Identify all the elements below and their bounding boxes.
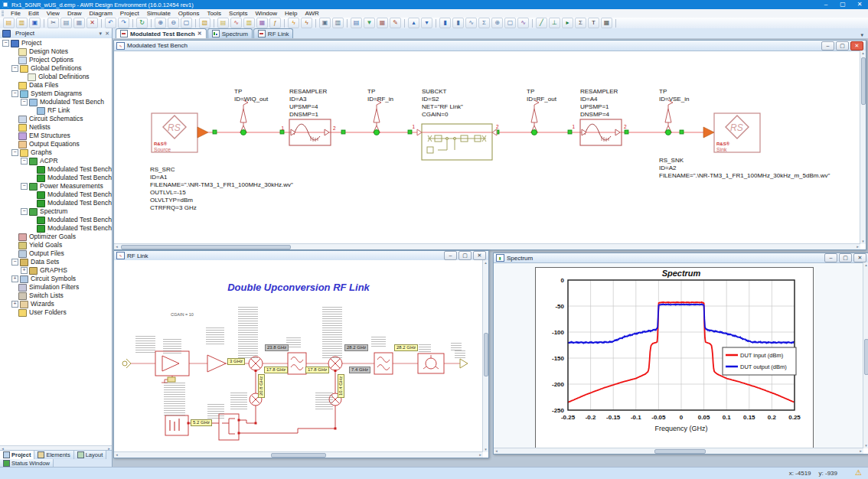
menu-edit[interactable]: Edit bbox=[24, 9, 43, 18]
freq-label-28p2ghz[interactable]: 28.2 GHz bbox=[394, 344, 418, 351]
tree-item-graphs[interactable]: −Graphs bbox=[0, 148, 112, 157]
tree-item-data-sets[interactable]: −Data Sets bbox=[0, 258, 112, 266]
tree-item-project[interactable]: −Project bbox=[0, 39, 112, 47]
menu-diagram[interactable]: Diagram bbox=[86, 9, 116, 18]
tree-item-user-folders[interactable]: User Folders bbox=[0, 308, 112, 317]
menu-project[interactable]: Project bbox=[116, 9, 143, 18]
tree-item-data-files[interactable]: Data Files bbox=[0, 81, 112, 90]
tab-layout[interactable]: Layout bbox=[74, 451, 107, 459]
options-dialog-icon[interactable]: ▣ bbox=[319, 18, 331, 28]
tree-item-circuit-schematics[interactable]: Circuit Schematics bbox=[0, 115, 112, 123]
doc-tab-modulated-test-bench[interactable]: Modulated Test Bench✕ bbox=[116, 28, 207, 38]
collapse-icon[interactable]: − bbox=[11, 259, 18, 266]
menu-simulate[interactable]: Simulate bbox=[143, 9, 175, 18]
spectrum-title-bar[interactable]: ▮ Spectrum – ▢ ✕ bbox=[494, 253, 868, 263]
close-button[interactable]: ✕ bbox=[473, 251, 486, 260]
tree-item-modulated-test-bench-db-pwr-spec-t[interactable]: Modulated Test Bench.DB(PWR_SPEC(T bbox=[0, 224, 112, 233]
tree-item-global-definitions[interactable]: Global Definitions bbox=[0, 73, 112, 81]
copy-icon[interactable]: ▤ bbox=[60, 18, 72, 28]
maximize-button[interactable]: ▢ bbox=[834, 0, 851, 9]
title-bar[interactable]: Rx1_5GNR_wUS_d.emp - AWR Design Environm… bbox=[0, 0, 868, 9]
spectrum-horizontal-scrollbar[interactable]: ◂▸ bbox=[494, 448, 863, 454]
menu-window[interactable]: Window bbox=[252, 9, 281, 18]
test-point-wiq-out[interactable] bbox=[240, 100, 248, 132]
wire-tool-icon[interactable]: ╱ bbox=[536, 18, 547, 28]
undo-icon[interactable]: ↶ bbox=[105, 18, 116, 28]
maximize-button[interactable]: ▢ bbox=[839, 253, 852, 262]
open-icon[interactable]: ▥ bbox=[16, 18, 28, 28]
zoom-in-icon[interactable]: ⊕ bbox=[155, 18, 166, 28]
test-point-rf-out[interactable] bbox=[530, 100, 539, 132]
tree-item-design-notes[interactable]: Design Notes bbox=[0, 47, 112, 56]
collapse-icon[interactable]: − bbox=[21, 208, 28, 215]
tree-item-output-files[interactable]: Output Files bbox=[0, 249, 112, 258]
tree-item-simulation-filters[interactable]: Simulation Filters bbox=[0, 283, 112, 292]
add-netlist-icon[interactable]: ▥ bbox=[243, 18, 255, 28]
tree-item-modulated-test-bench-db-acpr-tp-rf-[interactable]: Modulated Test Bench.DB(ACPR(TP.RF_ bbox=[0, 174, 112, 182]
expand-icon[interactable]: + bbox=[21, 267, 28, 274]
tree-item-spectrum[interactable]: −Spectrum bbox=[0, 207, 112, 216]
add-em-structure-icon[interactable]: ▦ bbox=[256, 18, 268, 28]
tree-item-project-options[interactable]: Project Options bbox=[0, 56, 112, 64]
minimize-button[interactable]: – bbox=[444, 251, 457, 260]
doc-tab-rf-link[interactable]: RF Link bbox=[253, 28, 294, 38]
paste-icon[interactable]: ▦ bbox=[73, 18, 85, 28]
test-point-rf-in[interactable] bbox=[373, 100, 381, 132]
expand-icon[interactable]: + bbox=[11, 275, 18, 282]
spectrum-vertical-scrollbar[interactable]: ▴▾ bbox=[863, 262, 868, 448]
doc-tab-spectrum[interactable]: Spectrum bbox=[207, 28, 253, 38]
mtb-title-bar[interactable]: ∿ Modulated Test Bench – ▢ ✕ bbox=[114, 41, 866, 51]
port-tool-icon[interactable]: ▸ bbox=[562, 18, 573, 28]
tree-item-graphs[interactable]: +GRAPHS bbox=[0, 266, 112, 275]
tree-item-modulated-test-bench-db-pwr-spec-t[interactable]: Modulated Test Bench.DB(PWR_SPEC(T bbox=[0, 216, 112, 224]
add-output-equation-icon[interactable]: ƒ bbox=[269, 18, 281, 28]
zoom-fit-icon[interactable]: ▢ bbox=[181, 18, 192, 28]
tree-item-optimizer-goals[interactable]: Optimizer Goals bbox=[0, 233, 112, 241]
menu-view[interactable]: View bbox=[43, 9, 64, 18]
equation-tool-icon[interactable]: Σ bbox=[575, 18, 586, 28]
close-button[interactable]: ✕ bbox=[850, 41, 863, 51]
menu-tools[interactable]: Tools bbox=[203, 9, 225, 18]
mtb-vertical-scrollbar[interactable]: ▴▾ bbox=[860, 51, 866, 244]
tree-item-yield-goals[interactable]: Yield Goals bbox=[0, 241, 112, 249]
ground-tool-icon[interactable]: ⊥ bbox=[549, 18, 560, 28]
freq-label-3ghz[interactable]: 3 GHz bbox=[227, 358, 245, 365]
browser-layout-icon[interactable]: ▦ bbox=[377, 18, 388, 28]
block-tool-icon[interactable]: ▦ bbox=[601, 18, 612, 28]
project-panel-header[interactable]: Project ▾✕ bbox=[0, 28, 112, 39]
rf-link-horizontal-scrollbar[interactable]: ◂▸ bbox=[114, 451, 483, 458]
meas-q-icon[interactable]: ▢ bbox=[504, 18, 516, 28]
collapse-icon[interactable]: − bbox=[21, 183, 28, 190]
tree-item-acpr[interactable]: −ACPR bbox=[0, 157, 112, 165]
browser-project-icon[interactable]: ▤ bbox=[351, 18, 362, 28]
move-up-icon[interactable]: ▴ bbox=[408, 18, 419, 28]
freq-label-28p2ghz-gray[interactable]: 28.2 GHz bbox=[344, 344, 368, 351]
test-point-vse-in[interactable] bbox=[664, 100, 673, 132]
expand-icon[interactable]: + bbox=[11, 301, 18, 308]
tree-item-netlists[interactable]: Netlists bbox=[0, 123, 112, 132]
menu-draw[interactable]: Draw bbox=[64, 9, 86, 18]
freq-label-20p8ghz[interactable]: 20.8 GHz bbox=[258, 374, 265, 398]
minimize-button[interactable]: – bbox=[824, 253, 837, 262]
tree-item-power-measurements[interactable]: −Power Measurements bbox=[0, 182, 112, 191]
menu-help[interactable]: Help bbox=[281, 9, 301, 18]
pin-icon[interactable]: ▾ bbox=[100, 31, 103, 37]
tree-item-modulated-test-bench[interactable]: −Modulated Test Bench bbox=[0, 98, 112, 106]
cut-icon[interactable]: ✂ bbox=[47, 18, 59, 28]
menu-file[interactable]: File bbox=[7, 9, 24, 18]
tree-item-modulated-test-bench-db-pwr-mtr-t[interactable]: Modulated Test Bench.DB(PWR_MTR(T bbox=[0, 199, 112, 207]
collapse-icon[interactable]: − bbox=[21, 99, 28, 106]
freq-label-17p8ghz-a[interactable]: 17.8 GHz bbox=[264, 367, 288, 373]
tree-item-em-structures[interactable]: EM Structures bbox=[0, 132, 112, 140]
tune-icon[interactable]: ϟ bbox=[301, 18, 312, 28]
save-icon[interactable]: ▣ bbox=[29, 18, 41, 28]
close-button[interactable]: ✕ bbox=[851, 0, 868, 9]
tree-item-wizards[interactable]: +Wizards bbox=[0, 300, 112, 308]
menu-options[interactable]: Options bbox=[175, 9, 204, 18]
freq-label-17p8ghz-b[interactable]: 17.8 GHz bbox=[305, 367, 329, 373]
minimize-button[interactable]: – bbox=[817, 0, 834, 9]
minimize-button[interactable]: – bbox=[821, 41, 834, 51]
subckt-rf-link-block[interactable]: 1 2 bbox=[412, 124, 499, 160]
menu-scripts[interactable]: Scripts bbox=[225, 9, 251, 18]
rs-source-block[interactable]: RS R&S® Source bbox=[152, 113, 208, 152]
